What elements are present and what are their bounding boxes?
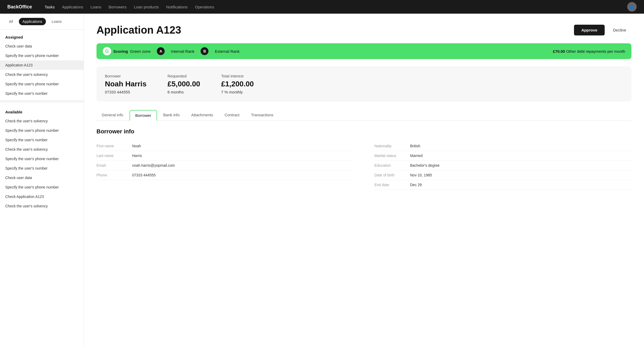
assigned-item[interactable]: Check user data <box>0 41 84 51</box>
internal-rank-label: Internal Rank <box>171 49 194 54</box>
nav-link-loan-products[interactable]: Loan products <box>134 5 159 9</box>
nav-link-borrowers[interactable]: Borrowers <box>109 5 126 9</box>
field-value: 07333 444555 <box>132 173 156 177</box>
google-scoring-icon: G <box>103 47 111 55</box>
content-tab-borrower[interactable]: Borrower <box>130 110 157 121</box>
available-section-label: Available <box>0 104 84 116</box>
available-item[interactable]: Check the user's solvency <box>0 201 84 211</box>
field-row: First nameNoah <box>96 141 353 151</box>
assigned-item[interactable]: Check the user's solvency <box>0 70 84 79</box>
available-items-list: Check the user's solvencySpecify the use… <box>0 116 84 211</box>
scoring-logo: G Scoring Green zone <box>103 47 151 55</box>
nav-links: TasksApplicationsLoansBorrowersLoan prod… <box>45 5 619 9</box>
field-value: Married <box>410 154 422 158</box>
content-tab-general-info[interactable]: General info <box>96 110 128 120</box>
field-label: Nationality <box>374 144 406 148</box>
nav-link-notifications[interactable]: Notifications <box>166 5 188 9</box>
assigned-items-list: Check user dataSpecify the user's phone … <box>0 41 84 98</box>
scoring-banner: G Scoring Green zone A Internal Rank B E… <box>96 43 631 59</box>
available-item[interactable]: Check the user's solvency <box>0 145 84 154</box>
user-avatar[interactable]: 👤 <box>627 2 637 12</box>
field-value: British <box>410 144 420 148</box>
field-label: Date of birth <box>374 173 406 177</box>
page-header: Application A123 Approve Decline <box>96 24 631 36</box>
borrower-right-col: NationalityBritishMarital statusMarriedE… <box>374 141 631 190</box>
field-label: First name <box>96 144 128 148</box>
total-interest-rate: 7 % monthly <box>221 90 254 94</box>
assigned-item[interactable]: Application A123 <box>0 60 84 70</box>
field-row: EducationBachelor's degree <box>374 161 631 170</box>
main-content: Application A123 Approve Decline G Scori… <box>84 14 644 346</box>
content-tab-transactions[interactable]: Transactions <box>246 110 278 120</box>
borrower-phone: 07333 444555 <box>105 90 147 94</box>
approve-button[interactable]: Approve <box>574 25 605 35</box>
available-item[interactable]: Specify the user's phone number <box>0 182 84 192</box>
borrower-info-grid: First nameNoahLast nameHarrisEmailnoah.h… <box>96 141 631 190</box>
sidebar-tab-group: AllApplicationsLoans <box>0 14 84 30</box>
field-value: Harris <box>132 154 142 158</box>
available-item[interactable]: Specify the user's phone number <box>0 154 84 164</box>
field-row: Phone07333 444555 <box>96 170 353 180</box>
borrower-group: Borrower Noah Harris 07333 444555 <box>105 74 147 94</box>
sidebar-tab-all[interactable]: All <box>5 18 17 25</box>
field-row: Marital statusMarried <box>374 151 631 161</box>
content-tab-bank-info[interactable]: Bank info <box>158 110 185 120</box>
debt-label-text: Other debt repayments per month <box>566 49 625 54</box>
field-value: Dec 29 <box>410 183 422 187</box>
total-interest-label: Total interest <box>221 74 254 78</box>
header-actions: Approve Decline <box>574 25 631 35</box>
field-label: Last name <box>96 154 128 158</box>
borrower-info-section: Borrower info First nameNoahLast nameHar… <box>96 128 631 190</box>
requested-duration: 6 months <box>168 90 200 94</box>
internal-rank-badge: A <box>157 47 165 55</box>
assigned-section-label: Assigned <box>0 30 84 41</box>
top-navigation: BackOffice TasksApplicationsLoansBorrowe… <box>0 0 644 14</box>
field-value: Nov 10, 1985 <box>410 173 432 177</box>
field-row: Date of birthNov 10, 1985 <box>374 170 631 180</box>
content-tabs: General infoBorrowerBank infoAttachments… <box>96 110 631 121</box>
external-rank-label: External Rank <box>215 49 239 54</box>
available-item[interactable]: Check user data <box>0 173 84 182</box>
decline-button[interactable]: Decline <box>608 25 631 35</box>
scoring-zone: Green zone <box>130 49 151 54</box>
available-item[interactable]: Specify the user's number <box>0 135 84 145</box>
field-label: Phone <box>96 173 128 177</box>
scoring-label: Scoring <box>113 49 128 54</box>
external-rank-badge: B <box>201 47 208 55</box>
available-item[interactable]: Specify the user's number <box>0 164 84 173</box>
field-label: Email <box>96 163 128 167</box>
nav-link-operations[interactable]: Operations <box>195 5 214 9</box>
sidebar: AllApplicationsLoans Assigned Check user… <box>0 14 84 346</box>
field-label: Education <box>374 163 406 167</box>
field-value: noah.harris@yopmail.com <box>132 163 175 167</box>
field-row: NationalityBritish <box>374 141 631 151</box>
nav-link-loans[interactable]: Loans <box>90 5 101 9</box>
assigned-item[interactable]: Specify the user's phone number <box>0 79 84 89</box>
field-label: End date <box>374 183 406 187</box>
available-item[interactable]: Specify the user's phone number <box>0 126 84 135</box>
borrower-label: Borrower <box>105 74 147 78</box>
requested-group: Requested £5,000.00 6 months <box>168 74 200 94</box>
sidebar-divider <box>0 100 84 102</box>
page-title: Application A123 <box>96 24 181 36</box>
field-label: Marital status <box>374 154 406 158</box>
field-row: Emailnoah.harris@yopmail.com <box>96 161 353 170</box>
content-tab-attachments[interactable]: Attachments <box>186 110 218 120</box>
available-item[interactable]: Check Application A123 <box>0 192 84 201</box>
nav-link-tasks[interactable]: Tasks <box>45 5 55 9</box>
requested-amount: £5,000.00 <box>168 80 200 88</box>
nav-link-applications[interactable]: Applications <box>62 5 83 9</box>
debt-amount: £70.00 <box>553 49 565 54</box>
brand-logo: BackOffice <box>7 4 32 10</box>
available-item[interactable]: Check the user's solvency <box>0 116 84 126</box>
sidebar-tab-loans[interactable]: Loans <box>48 18 65 25</box>
sidebar-tab-applications[interactable]: Applications <box>19 18 46 25</box>
assigned-item[interactable]: Specify the user's phone number <box>0 51 84 60</box>
assigned-item[interactable]: Specify the user's number <box>0 89 84 98</box>
content-tab-contract[interactable]: Contract <box>219 110 245 120</box>
total-interest-group: Total interest £1,200.00 7 % monthly <box>221 74 254 94</box>
debt-info: £70.00 Other debt repayments per month <box>553 49 625 54</box>
field-row: End dateDec 29 <box>374 180 631 190</box>
field-value: Bachelor's degree <box>410 163 439 167</box>
borrower-left-col: First nameNoahLast nameHarrisEmailnoah.h… <box>96 141 353 190</box>
